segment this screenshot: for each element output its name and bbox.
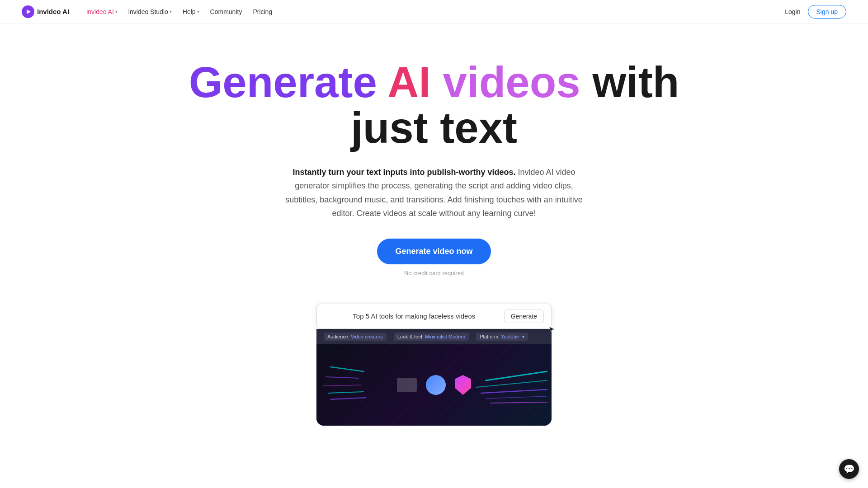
svg-line-4 — [481, 389, 547, 393]
title-just-text: just text — [351, 103, 517, 152]
svg-line-2 — [486, 371, 547, 380]
logo-icon — [22, 5, 34, 18]
video-icon-circle — [426, 375, 446, 395]
svg-line-7 — [330, 367, 363, 371]
chevron-down-icon: ▾ — [170, 9, 172, 14]
navbar: invideo AI invideo AI ▾ invideo Studio ▾… — [0, 0, 868, 23]
hero-section: Generate AI videos with just text Instan… — [163, 23, 705, 444]
demo-input-bar: Top 5 AI tools for making faceless video… — [316, 304, 552, 329]
svg-line-5 — [486, 396, 547, 399]
signup-button[interactable]: Sign up — [808, 5, 846, 19]
hero-note: No credit card required — [172, 270, 696, 277]
demo-audience-tag: Audience: Video creators — [324, 333, 387, 341]
svg-line-10 — [328, 392, 363, 393]
logo-text: invideo AI — [37, 8, 69, 15]
demo-generate-button[interactable]: Generate — [504, 310, 544, 323]
subtitle-bold: Instantly turn your text inputs into pub… — [292, 168, 515, 177]
nav-right: Login Sign up — [785, 5, 846, 19]
video-icon-shield — [455, 375, 471, 395]
demo-video-icons — [397, 375, 471, 395]
login-link[interactable]: Login — [785, 8, 800, 15]
demo-video-content — [316, 344, 552, 426]
generate-video-button[interactable]: Generate video now — [377, 239, 491, 264]
nav-links: invideo AI ▾ invideo Studio ▾ Help ▾ Com… — [82, 5, 785, 18]
hero-title: Generate AI videos with just text — [172, 60, 696, 151]
hero-cta: Generate video now — [172, 239, 696, 264]
demo-platform-tag: Platform: Youtube ▾ — [476, 333, 528, 341]
cursor-indicator — [548, 326, 556, 333]
svg-line-3 — [476, 380, 547, 387]
title-ai: AI — [387, 58, 443, 106]
demo-look-tag: Look & feel: Minimalist Modern — [394, 333, 469, 341]
nav-help[interactable]: Help ▾ — [178, 5, 204, 18]
title-generate: Generate — [189, 58, 387, 106]
demo-video-window: Audience: Video creators Look & feel: Mi… — [316, 329, 552, 426]
title-with: with — [592, 58, 679, 106]
demo-container: Top 5 AI tools for making faceless video… — [316, 304, 552, 426]
chevron-down-icon: ▾ — [115, 9, 118, 14]
nav-pricing[interactable]: Pricing — [248, 5, 277, 18]
svg-line-8 — [326, 377, 359, 378]
hero-subtitle: Instantly turn your text inputs into pub… — [280, 165, 588, 221]
logo-link[interactable]: invideo AI — [22, 5, 69, 18]
svg-line-9 — [324, 385, 361, 386]
nav-invideo-studio[interactable]: invideo Studio ▾ — [124, 5, 176, 18]
svg-line-6 — [491, 402, 547, 403]
title-videos: videos — [443, 58, 593, 106]
nav-community[interactable]: Community — [206, 5, 247, 18]
svg-line-11 — [330, 398, 366, 399]
nav-invideo-ai[interactable]: invideo AI ▾ — [82, 5, 122, 18]
demo-input-text: Top 5 AI tools for making faceless video… — [324, 312, 504, 320]
chevron-down-icon: ▾ — [197, 9, 199, 14]
video-icon-monitor — [397, 378, 417, 392]
demo-toolbar: Audience: Video creators Look & feel: Mi… — [316, 329, 552, 344]
